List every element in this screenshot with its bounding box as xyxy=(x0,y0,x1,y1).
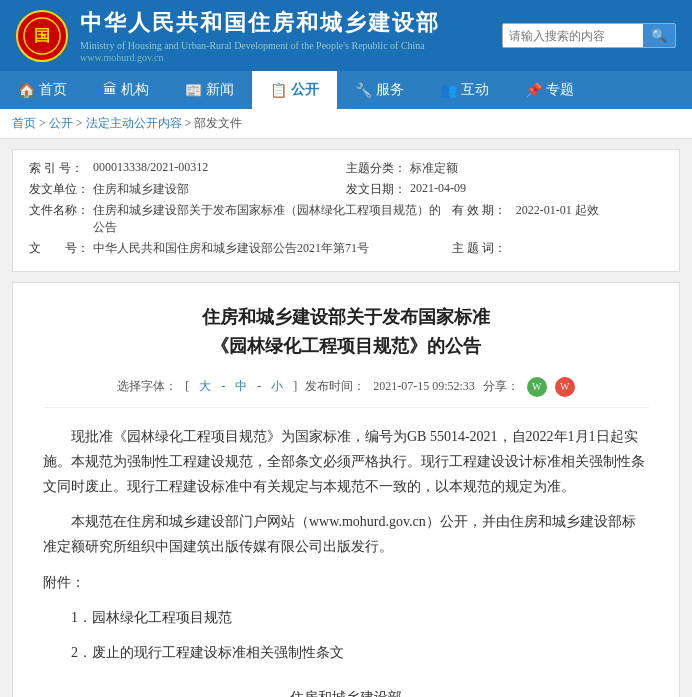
news-icon: 📰 xyxy=(185,82,202,99)
main-nav: 🏠 首页 🏛 机构 📰 新闻 📋 公开 🔧 服务 👥 互动 📌 专题 xyxy=(0,71,692,109)
service-icon: 🔧 xyxy=(355,82,372,99)
site-subtitle: Ministry of Housing and Urban-Rural Deve… xyxy=(80,40,490,51)
issuer-label: 发文单位： xyxy=(29,181,89,198)
nav-label-interact: 互动 xyxy=(461,81,489,99)
meta-row-2: 发文单位： 住房和城乡建设部 发文日期： 2021-04-09 xyxy=(29,181,663,198)
document-title: 住房和城乡建设部关于发布国家标准 《园林绿化工程项目规范》的公告 xyxy=(43,303,649,361)
meta-row-3: 文件名称： 住房和城乡建设部关于发布国家标准（园林绿化工程项目规范）的公告 有 … xyxy=(29,202,663,236)
breadcrumb-legal[interactable]: 法定主动公开内容 xyxy=(86,116,182,130)
share-label: 分享： xyxy=(483,378,519,395)
doc-attachment2: 2．废止的现行工程建设标准相关强制性条文 xyxy=(71,640,649,665)
doc-signature: 住房和城乡建设部 xyxy=(43,685,649,697)
meta-row-1: 索 引 号： 000013338/2021-00312 主题分类： 标准定额 xyxy=(29,160,663,177)
index-value: 000013338/2021-00312 xyxy=(93,160,208,177)
font-size-small[interactable]: 小 xyxy=(269,378,285,395)
breadcrumb: 首页 > 公开 > 法定主动公开内容 > 部发文件 xyxy=(0,109,692,139)
font-size-bracket-open: [ xyxy=(185,379,189,394)
validity-label: 有 效 期： xyxy=(452,202,512,236)
nav-label-service: 服务 xyxy=(376,81,404,99)
special-icon: 📌 xyxy=(525,82,542,99)
font-size-large[interactable]: 大 xyxy=(197,378,213,395)
svg-text:国: 国 xyxy=(34,27,50,44)
nav-label-institution: 机构 xyxy=(121,81,149,99)
filename-label: 文件名称： xyxy=(29,202,89,236)
validity-value: 2022-01-01 起效 xyxy=(516,202,599,236)
doc-attachment1: 1．园林绿化工程项目规范 xyxy=(71,605,649,630)
site-title: 中华人民共和国住房和城乡建设部 xyxy=(80,8,490,38)
font-size-medium[interactable]: 中 xyxy=(233,378,249,395)
home-icon: 🏠 xyxy=(18,82,35,99)
header-text: 中华人民共和国住房和城乡建设部 Ministry of Housing and … xyxy=(80,8,490,63)
publish-time: 2021-07-15 09:52:33 xyxy=(373,379,475,394)
header: 国 中华人民共和国住房和城乡建设部 Ministry of Housing an… xyxy=(0,0,692,71)
doc-para1: 现批准《园林绿化工程项目规范》为国家标准，编号为GB 55014-2021，自2… xyxy=(43,424,649,500)
nav-label-home: 首页 xyxy=(39,81,67,99)
breadcrumb-current: 部发文件 xyxy=(194,116,242,130)
doc-para2: 本规范在住房和城乡建设部门户网站（www.mohurd.gov.cn）公开，并由… xyxy=(43,509,649,559)
keywords-label: 主 题 词： xyxy=(452,240,512,257)
nav-item-home[interactable]: 🏠 首页 xyxy=(0,71,85,109)
docnum-value: 中华人民共和国住房和城乡建设部公告2021年第71号 xyxy=(93,240,369,257)
nav-label-special: 专题 xyxy=(546,81,574,99)
nav-item-public[interactable]: 📋 公开 xyxy=(252,71,337,109)
issuer-value: 住房和城乡建设部 xyxy=(93,181,189,198)
index-label: 索 引 号： xyxy=(29,160,89,177)
font-size-label: 选择字体： xyxy=(117,378,177,395)
category-value: 标准定额 xyxy=(410,160,458,177)
font-size-sep2: - xyxy=(257,379,261,394)
logo: 国 xyxy=(16,10,68,62)
search-button[interactable]: 🔍 xyxy=(643,24,675,47)
document-content: 住房和城乡建设部关于发布国家标准 《园林绿化工程项目规范》的公告 选择字体： [… xyxy=(12,282,680,697)
institution-icon: 🏛 xyxy=(103,82,117,98)
doc-attachments-title: 附件： xyxy=(43,570,649,595)
nav-label-public: 公开 xyxy=(291,81,319,99)
date-label: 发文日期： xyxy=(346,181,406,198)
document-controls: 选择字体： [ 大 - 中 - 小 ] 发布时间： 2021-07-15 09:… xyxy=(43,377,649,408)
nav-item-interact[interactable]: 👥 互动 xyxy=(422,71,507,109)
search-box[interactable]: 🔍 xyxy=(502,23,676,48)
nav-item-service[interactable]: 🔧 服务 xyxy=(337,71,422,109)
category-label: 主题分类： xyxy=(346,160,406,177)
document-body: 现批准《园林绿化工程项目规范》为国家标准，编号为GB 55014-2021，自2… xyxy=(43,424,649,697)
site-url: www.mohurd.gov.cn xyxy=(80,52,490,63)
nav-item-special[interactable]: 📌 专题 xyxy=(507,71,592,109)
nav-label-news: 新闻 xyxy=(206,81,234,99)
date-value: 2021-04-09 xyxy=(410,181,466,198)
public-icon: 📋 xyxy=(270,82,287,99)
nav-item-news[interactable]: 📰 新闻 xyxy=(167,71,252,109)
publish-label: 发布时间： xyxy=(305,378,365,395)
breadcrumb-home[interactable]: 首页 xyxy=(12,116,36,130)
meta-row-4: 文 号： 中华人民共和国住房和城乡建设部公告2021年第71号 主 题 词： xyxy=(29,240,663,257)
font-size-sep1: - xyxy=(221,379,225,394)
interact-icon: 👥 xyxy=(440,82,457,99)
search-input[interactable] xyxy=(503,25,643,47)
breadcrumb-public[interactable]: 公开 xyxy=(49,116,73,130)
share-weixin-icon[interactable]: W xyxy=(527,377,547,397)
docnum-label: 文 号： xyxy=(29,240,89,257)
meta-card: 索 引 号： 000013338/2021-00312 主题分类： 标准定额 发… xyxy=(12,149,680,272)
filename-value: 住房和城乡建设部关于发布国家标准（园林绿化工程项目规范）的公告 xyxy=(93,202,452,236)
nav-item-institution[interactable]: 🏛 机构 xyxy=(85,71,167,109)
font-size-bracket-close: ] xyxy=(293,379,297,394)
share-weibo-icon[interactable]: W xyxy=(555,377,575,397)
